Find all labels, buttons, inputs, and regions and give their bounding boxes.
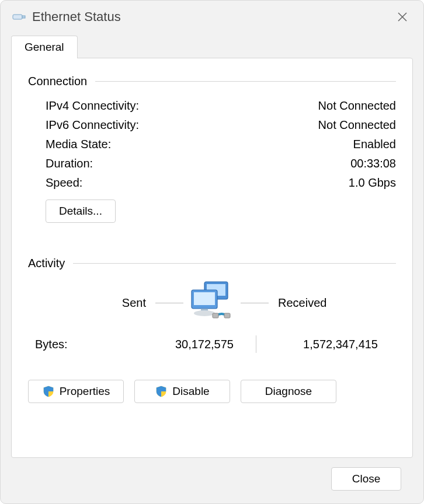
received-label: Received [272,296,360,310]
ethernet-icon [11,11,27,23]
ethernet-status-window: Ethernet Status General Connection IPv4 … [0,0,424,504]
window-title: Ethernet Status [32,9,390,24]
tabstrip: General [11,33,413,58]
dialog-footer: Close [11,458,413,493]
value-speed: 1.0 Gbps [349,176,396,190]
activity-header-label: Activity [28,257,65,270]
activity-visual: Sent [28,279,396,326]
diagnose-button[interactable]: Diagnose [241,380,336,403]
connection-group-header: Connection [28,75,396,88]
disable-button-label: Disable [172,385,209,398]
value-duration: 00:33:08 [350,157,396,170]
tab-panel-general: Connection IPv4 Connectivity: Not Connec… [11,58,413,458]
tab-general[interactable]: General [11,36,78,58]
shield-icon [42,385,55,398]
bytes-label: Bytes: [35,338,134,351]
row-speed: Speed: 1.0 Gbps [28,173,396,192]
network-computers-icon [187,279,237,326]
row-duration: Duration: 00:33:08 [28,154,396,173]
value-media-state: Enabled [353,138,396,151]
divider [256,335,256,353]
value-ipv6: Not Connected [318,118,396,132]
row-media-state: Media State: Enabled [28,135,396,154]
shield-icon [155,385,168,398]
label-speed: Speed: [46,176,82,190]
divider [73,263,396,264]
label-duration: Duration: [46,157,93,170]
client-area: General Connection IPv4 Connectivity: No… [1,33,423,503]
svg-rect-1 [22,16,25,18]
disable-button[interactable]: Disable [134,380,230,403]
divider [155,303,183,303]
svg-rect-11 [224,313,230,318]
properties-button-label: Properties [60,385,110,398]
bytes-row: Bytes: 30,172,575 1,572,347,415 [28,331,396,358]
details-button[interactable]: Details... [46,200,116,223]
svg-rect-10 [213,313,218,318]
row-ipv4: IPv4 Connectivity: Not Connected [28,96,396,116]
bytes-sent-value: 30,172,575 [134,338,234,351]
svg-point-9 [194,310,215,316]
activity-group-header: Activity [28,257,396,270]
close-icon[interactable] [390,5,415,29]
value-ipv4: Not Connected [318,99,396,113]
row-ipv6: IPv6 Connectivity: Not Connected [28,116,396,135]
properties-button[interactable]: Properties [28,380,124,403]
label-media-state: Media State: [46,138,111,151]
label-ipv4: IPv4 Connectivity: [46,99,139,113]
close-button[interactable]: Close [331,467,401,491]
diagnose-button-label: Diagnose [265,385,312,398]
svg-rect-7 [194,292,215,305]
bytes-received-value: 1,572,347,415 [279,338,378,351]
action-button-row: Properties Disable Diagnose [28,380,396,403]
divider [95,81,396,82]
titlebar: Ethernet Status [1,1,423,33]
connection-header-label: Connection [28,75,87,88]
sent-label: Sent [64,296,152,310]
label-ipv6: IPv6 Connectivity: [46,118,139,132]
divider [241,303,269,303]
svg-rect-0 [13,15,22,19]
